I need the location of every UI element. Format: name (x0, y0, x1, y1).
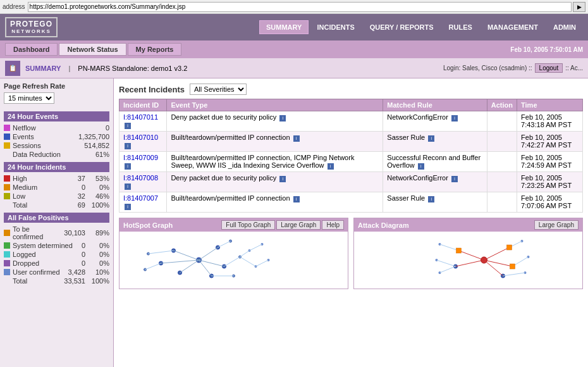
summary-header-left: 📋 SUMMARY | PN-MARS Standalone: demo1 v3… (5, 61, 187, 76)
netflow-color (4, 125, 10, 131)
event-type-icon[interactable]: i (279, 115, 286, 121)
action-cell (487, 192, 517, 213)
nav-tab-rules[interactable]: RULES (442, 20, 479, 34)
nav-tab-query-reports[interactable]: QUERY / REPORTS (363, 20, 441, 34)
incident-id-cell: I:81407007 i (119, 192, 167, 213)
action-cell (487, 152, 517, 172)
stat-to-be-confirmed: To be confirmed 30,103 89% (4, 225, 109, 240)
incident-id-link[interactable]: I:81407008 (123, 174, 158, 182)
address-go-button[interactable]: ▶ (573, 2, 585, 12)
action-cell (487, 172, 517, 192)
high-label: High (13, 175, 75, 182)
col-header-action: Action (487, 99, 517, 111)
event-type-icon[interactable]: i (293, 196, 300, 202)
summary-subtitle: PN-MARS Standalone: demo1 v3.2 (78, 65, 187, 72)
logo-area: PROTEGO NETWORKS (5, 17, 58, 37)
event-type-icon[interactable]: i (328, 163, 334, 170)
matched-rule-icon[interactable]: i (451, 176, 458, 182)
incident-info-icon[interactable]: i (125, 204, 131, 210)
event-type-cell: Deny packet due to security policy i (167, 111, 383, 132)
incident-id-link[interactable]: I:81407009 (123, 154, 158, 161)
incident-id-link[interactable]: I:81407007 (123, 194, 158, 202)
incident-id-link[interactable]: I:81407010 (123, 134, 158, 141)
second-nav-dashboard[interactable]: Dashboard (5, 43, 58, 56)
nav-tab-admin[interactable]: ADMIN (546, 20, 583, 34)
table-row: I:81407009 i Built/teardown/permitted IP… (119, 152, 583, 172)
events-color (4, 134, 10, 140)
second-nav-tabs: Dashboard Network Status My Reports (5, 43, 181, 56)
stat-dropped: Dropped 0 0% (4, 259, 109, 267)
logout-button[interactable]: Logout (535, 63, 563, 73)
stat-medium: Medium 0 0% (4, 184, 109, 191)
event-type-icon[interactable]: i (279, 176, 286, 182)
stat-sessions: Sessions 514,852 (4, 142, 109, 149)
hotspot-graph-body (119, 232, 348, 289)
separator: | (68, 65, 70, 72)
attack-diagram-header: Attack Diagram Large Graph (354, 218, 582, 232)
event-type-cell: Built/teardown/permitted IP connection i (167, 132, 383, 152)
matched-rule-cell: NetworkConfigError i (383, 172, 487, 192)
summary-title: SUMMARY (25, 65, 61, 72)
hotspot-large-graph-button[interactable]: Large Graph (276, 220, 321, 230)
incidents-section-title: 24 Hour Incidents (4, 162, 109, 172)
hotspot-help-button[interactable]: Help (322, 220, 344, 230)
data-reduction-label: Data Reduction (13, 151, 93, 158)
matched-rule-icon[interactable]: i (418, 163, 424, 170)
action-cell (487, 111, 517, 132)
nav-tab-summary[interactable]: SUMMARY (259, 20, 309, 34)
incident-info-icon[interactable]: i (125, 184, 131, 190)
stat-low: Low 32 46% (4, 192, 109, 200)
incident-info-icon[interactable]: i (125, 163, 131, 170)
fp-section-title: All False Positives (4, 213, 109, 223)
attack-diagram-svg (354, 232, 582, 289)
stat-system-determined: System determined 0 0% (4, 242, 109, 249)
time-cell: Feb 10, 2005 7:42:27 AM PST (517, 132, 583, 152)
nav-tab-incidents[interactable]: INCIDENTS (310, 20, 361, 34)
matched-rule-cell: Successful Reconn and Buffer Overflow i (383, 152, 487, 172)
summary-icon: 📋 (5, 61, 20, 76)
fp-uc-label: User confirmed (13, 268, 65, 276)
events-label: Events (13, 133, 76, 140)
incident-info-icon[interactable]: i (125, 123, 131, 129)
svg-rect-32 (358, 232, 579, 289)
incident-info-icon[interactable]: i (125, 143, 131, 149)
fp-sd-color (4, 242, 10, 249)
stat-netflow: Netflow 0 (4, 124, 109, 132)
recent-incidents-title: Recent Incidents (119, 85, 185, 94)
second-nav-my-reports[interactable]: My Reports (128, 43, 182, 56)
incident-id-link[interactable]: I:81407011 (123, 113, 158, 121)
graphs-section: HotSpot Graph Full Topo Graph Large Grap… (119, 218, 583, 289)
stat-total-incidents: Total 69 100% (4, 201, 109, 209)
svg-rect-57 (507, 245, 512, 250)
severity-filter-select[interactable]: All Severities High Medium Low (190, 84, 247, 95)
matched-rule-icon[interactable]: i (451, 115, 458, 121)
events-value: 1,325,700 (78, 133, 109, 140)
total-incidents-pct: 100% (90, 201, 109, 209)
matched-rule-icon[interactable]: i (428, 196, 434, 202)
full-topo-button[interactable]: Full Topo Graph (221, 220, 275, 230)
refresh-rate-select[interactable]: 15 minutes 5 minutes 30 minutes Never (4, 92, 54, 104)
stat-fp-total: Total 33,531 100% (4, 277, 109, 285)
nav-tab-management[interactable]: MANAGEMENT (481, 20, 545, 34)
high-color (4, 175, 10, 182)
fp-uc-value: 3,428 (68, 268, 85, 276)
address-input[interactable] (28, 2, 572, 12)
svg-rect-0 (123, 232, 345, 289)
event-type-icon[interactable]: i (293, 135, 300, 142)
incident-id-cell: I:81407008 i (119, 172, 167, 192)
low-pct: 46% (90, 192, 109, 200)
hotspot-graph-header: HotSpot Graph Full Topo Graph Large Grap… (119, 218, 348, 232)
incident-id-cell: I:81407010 i (119, 132, 167, 152)
second-nav-network-status[interactable]: Network Status (59, 43, 126, 56)
incident-id-cell: I:81407009 i (119, 152, 167, 172)
svg-rect-58 (510, 264, 515, 269)
fp-tbc-label: To be confirmed (13, 225, 61, 240)
matched-rule-icon[interactable]: i (428, 135, 434, 142)
stat-logged: Logged 0 0% (4, 251, 109, 258)
sidebar: Page Refresh Rate 15 minutes 5 minutes 3… (0, 78, 114, 367)
main-nav-tabs: SUMMARY INCIDENTS QUERY / REPORTS RULES … (259, 20, 583, 34)
table-row: I:81407008 i Deny packet due to security… (119, 172, 583, 192)
attack-large-graph-button[interactable]: Large Graph (534, 220, 579, 230)
table-row: I:81407010 i Built/teardown/permitted IP… (119, 132, 583, 152)
fp-sd-label: System determined (13, 242, 79, 249)
